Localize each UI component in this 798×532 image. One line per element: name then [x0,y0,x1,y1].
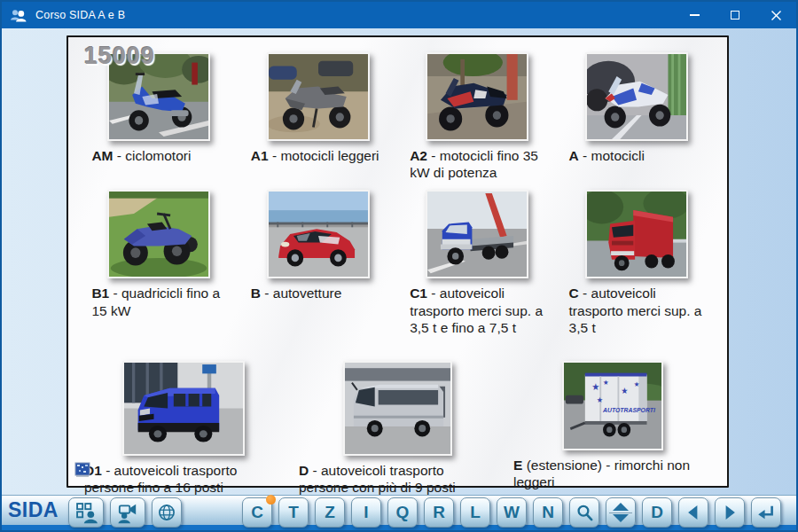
window-title: Corso SIDA A e B [35,9,125,21]
letter-r: R [433,503,445,522]
enter-icon [756,503,776,522]
letter-button-t[interactable]: T [278,497,309,528]
star-decal: ★ [621,386,628,395]
letter-w: W [504,503,520,522]
photo-b [267,190,370,278]
search-button[interactable] [569,497,599,528]
minimize-button[interactable] [674,2,715,28]
video-call-button[interactable] [110,497,145,528]
category-cell-a1: A1 - motocicli leggeri [250,52,387,181]
maximize-button[interactable] [715,2,755,28]
notification-dot [266,495,276,505]
letter-n: N [542,503,554,522]
arrow-left-icon [684,503,703,522]
letter-button-n[interactable]: N [533,497,563,528]
car-photo-icon [269,192,368,277]
app-window: Corso SIDA A e B 15009 [0,0,798,532]
enter-button[interactable] [751,497,781,528]
row-3: D1 - autoveicoli trasporto persone fino … [68,361,727,496]
photo-c [585,190,688,278]
category-label-d1: D1 - autoveicoli trasporto persone fino … [84,462,282,496]
category-cell-b: B - autovetture [250,190,387,336]
category-grid: AM - ciclomotori [68,37,727,497]
photo-a2 [426,52,528,141]
letter-button-c[interactable]: C [242,497,272,528]
scroll-up-button[interactable] [606,501,635,512]
category-cell-d: D - autoveicoli trasporto persone con pi… [298,361,497,496]
close-button[interactable] [755,2,796,28]
letter-button-w[interactable]: W [497,497,527,528]
qr-person-icon [74,501,98,524]
category-label-c: C - autoveicoli trasporto merci sup. a 3… [569,285,704,336]
slide-number: 15009 [84,43,155,70]
category-label-c1: C1 - autoveicoli trasporto merci sup. a … [410,285,544,336]
category-label-b1: B1 - quadricicli fino a 15 kW [91,285,226,318]
star-decal: ★ [633,380,639,388]
letter-button-z[interactable]: Z [315,497,345,528]
motorcycle-photo-icon [587,54,686,139]
category-cell-c1: C1 - autoveicoli trasporto merci sup. a … [409,190,545,336]
row-2: B1 - quadricicli fino a 15 kW [68,190,727,336]
truck-photo-icon [587,192,686,277]
category-cell-a2: A2 - motocicli fino 35 kW di potenza [409,52,545,181]
sida-logo: SIDA [8,500,59,520]
arrow-right-icon [720,503,739,522]
category-label-b: B - autovetture [251,285,386,301]
scroll-down-button[interactable] [606,513,635,525]
previous-button[interactable] [678,497,708,528]
maximize-icon [731,11,739,20]
letter-t: T [288,503,299,522]
photo-d1 [122,361,245,456]
category-cell-b1: B1 - quadricicli fino a 15 kW [90,190,227,336]
chevron-down-icon [612,513,630,523]
letter-button-d[interactable]: D [642,497,672,528]
light-motorcycle-photo-icon [269,54,368,139]
star-decal: ★ [596,395,603,403]
letter-button-i[interactable]: I [351,497,381,528]
close-icon [771,10,782,21]
category-cell-e: ★ ★ ★ ★ ★ AUTOTRASPORTI [512,361,712,496]
category-cell-am: AM - ciclomotori [90,52,227,181]
titlebar: Corso SIDA A e B [2,2,796,28]
category-label-a1: A1 - motocicli leggeri [251,147,386,164]
letter-d: D [651,503,663,522]
coach-bus-photo-icon [345,363,450,454]
letter-i: I [364,503,368,522]
row-1: AM - ciclomotori [68,52,727,181]
star-decal: ★ [603,379,609,387]
photo-b1 [107,190,210,278]
photo-a [585,52,688,141]
category-cell-a: A - motocicli [568,52,705,181]
next-button[interactable] [715,497,745,528]
globe-icon [156,502,177,523]
motorcycle-35kw-photo-icon [427,54,527,139]
photo-d [343,361,452,456]
letter-button-q[interactable]: Q [387,497,418,528]
category-label-d: D - autoveicoli trasporto persone con pi… [299,462,497,496]
letter-button-l[interactable]: L [460,497,490,528]
category-label-a: A - motocicli [569,147,704,164]
toolbar: SIDA [2,495,796,530]
category-cell-c: C - autoveicoli trasporto merci sup. a 3… [568,190,705,336]
video-call-icon [116,501,139,524]
trailer-company-text: AUTOTRASPORTI [602,407,656,413]
photo-e: ★ ★ ★ ★ ★ AUTOTRASPORTI [562,361,663,450]
letter-c: C [251,503,263,522]
letter-button-r[interactable]: R [424,497,454,528]
photo-c1 [426,190,528,278]
photo-a1 [267,52,370,141]
minimize-icon [690,14,700,16]
globe-button[interactable] [152,497,182,528]
qr-person-button[interactable] [68,497,104,528]
thumbnail-icon[interactable] [74,460,90,478]
category-label-e: E (estensione) - rimorchi non leggeri [513,457,711,490]
small-truck-photo-icon [427,192,527,277]
users-app-icon [10,7,27,23]
letter-l: L [470,503,481,522]
category-label-am: AM - ciclomotori [91,147,226,164]
app-body: 15009 [2,28,796,495]
category-label-a2: A2 - motocicli fino 35 kW di potenza [410,147,544,181]
quad-photo-icon [109,192,208,277]
letter-z: Z [325,503,335,522]
minibus-photo-icon [124,363,243,454]
